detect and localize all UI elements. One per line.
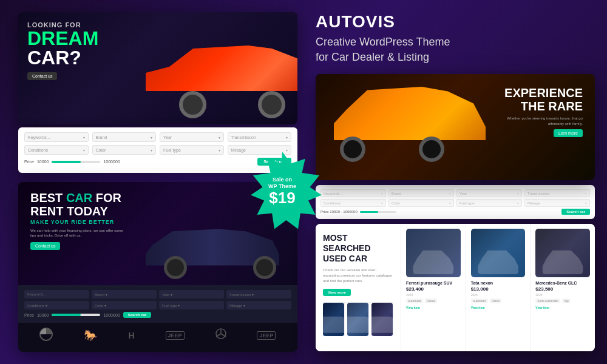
right-price-fill (360, 211, 378, 213)
red-car-visual (134, 12, 297, 115)
car-1-price: $23,400 (406, 286, 461, 292)
mini-car-3-img (371, 303, 393, 336)
car-3-view-btn[interactable]: View item (535, 306, 590, 309)
car-2-year: 2024 (471, 293, 526, 297)
brand-field[interactable]: Brand ▾ (92, 132, 157, 142)
rent-search-btn[interactable]: Search car (123, 312, 152, 318)
svg-line-4 (221, 334, 226, 337)
svg-line-3 (216, 334, 221, 337)
fuel-field[interactable]: Fuel type ▾ (160, 145, 224, 155)
bottom-mini-cars (323, 302, 393, 336)
keywords-field[interactable]: Keywords... ▾ (24, 132, 89, 142)
hyundai-logo: H (128, 331, 134, 340)
car-3-tags: Semi automatic Top (535, 298, 590, 303)
sale-text: Sale onWP Theme $19 (255, 177, 310, 206)
jeep2-logo: JEEP (257, 331, 276, 340)
top-right-screenshot: EXPERIENCE THE RARE Whether you're steer… (316, 74, 595, 180)
right-price-label: Price 10000 - 1000000 (320, 210, 358, 214)
learn-more-btn[interactable]: Lern more (554, 129, 583, 137)
mini-car-shape-1 (323, 315, 345, 333)
car-card-1-image (406, 229, 461, 277)
rent-conditions[interactable]: Conditions ▾ (24, 301, 89, 309)
top-left-screenshot: LOOKING FOR DREAM CAR? Contact us (18, 12, 297, 124)
rent-search-row-1: Keywords... Brand ▾ Year ▾ Transmission … (24, 290, 291, 298)
orange-wheel-front (419, 136, 444, 162)
r-keywords[interactable]: Keywords... ▾ (320, 189, 386, 197)
car-3-name: Mercedes-Benz GLC (535, 281, 590, 285)
car-img-1 (406, 229, 461, 277)
brand-name: AUTOVIS (316, 12, 595, 32)
car-card-3-image (535, 229, 590, 277)
car-2-tags: Automatic Petrol (471, 298, 526, 303)
car-3-price: $23,500 (535, 286, 590, 292)
r-conditions[interactable]: Conditions ▾ (320, 199, 386, 207)
rent-year[interactable]: Year ▾ (159, 290, 224, 298)
r-fuel[interactable]: Fuel type ▾ (456, 199, 522, 207)
r-transmission[interactable]: Transmission ▾ (524, 189, 590, 197)
bmw-logo (39, 328, 53, 343)
brand-subtitle: Creative WordPress Themefor Car Dealer &… (316, 35, 595, 65)
r-year[interactable]: Year ▾ (456, 189, 522, 197)
right-price-row: Price 10000 - 1000000 Search car (320, 209, 590, 215)
car-3-shape (543, 248, 583, 274)
rent-color[interactable]: Color ▾ (92, 301, 157, 309)
rent-price-slider[interactable] (52, 314, 100, 316)
transmission-field[interactable]: Transmission ▾ (228, 132, 292, 142)
rent-wheel-back (164, 256, 187, 279)
red-car-wheel-back (179, 91, 206, 118)
right-panel: AUTOVIS Creative WordPress Themefor Car … (316, 12, 595, 351)
year-field[interactable]: Year ▾ (160, 132, 224, 142)
starburst-shape: Sale onWP Theme $19 (243, 152, 322, 231)
jeep-logo: JEEP (166, 331, 185, 340)
color-field[interactable]: Color ▾ (92, 145, 157, 155)
car-card-2-image (471, 229, 526, 277)
car-1-name: Ferrari purosauge SUV (406, 281, 461, 285)
car-img-2 (471, 229, 526, 277)
ferrari-logo: 🐎 (84, 329, 97, 342)
r-mileage[interactable]: Mileage ▾ (524, 199, 590, 207)
car-3-tag-1: Semi automatic (535, 298, 560, 303)
r-brand[interactable]: Brand ▾ (388, 189, 454, 197)
rent-brand[interactable]: Brand ▾ (92, 290, 157, 298)
sale-badge: Sale onWP Theme $19 (243, 152, 322, 231)
car-1-year: 2024 (406, 293, 461, 297)
price-slider[interactable] (52, 161, 100, 163)
rent-price-row: Price 10000 1000000 Search car (24, 312, 291, 318)
car-1-tag-1: Automatic (406, 298, 423, 303)
r-color[interactable]: Color ▾ (388, 199, 454, 207)
car-1-shape (413, 248, 453, 274)
right-price-slider[interactable] (360, 211, 396, 213)
right-search-row-2: Conditions ▾ Color ▾ Fuel type ▾ Mileage… (320, 199, 590, 207)
rent-contact-btn[interactable]: Contact us (30, 242, 60, 250)
contact-btn[interactable]: Contact us (27, 72, 57, 80)
rent-search-row-2: Conditions ▾ Color ▾ Fuel type ▾ Mileage… (24, 301, 291, 309)
orange-wheel-back (340, 136, 365, 162)
car-1-view-btn[interactable]: View item (406, 306, 461, 309)
mini-car-1-img (323, 303, 344, 336)
rent-keywords[interactable]: Keywords... (24, 290, 89, 298)
dream-car-hero: LOOKING FOR DREAM CAR? Contact us (18, 12, 297, 124)
rent-mileage[interactable]: Mileage ▾ (226, 301, 291, 309)
dream-label: DREAM (27, 29, 98, 48)
view-more-btn[interactable]: View more (323, 289, 351, 296)
red-car-wheel-front (258, 91, 285, 118)
dream-car-text: LOOKING FOR DREAM CAR? Contact us (27, 21, 98, 80)
car-cards-area: Ferrari purosauge SUV $23,400 2024 Autom… (401, 224, 595, 351)
price-label: Price (24, 160, 34, 164)
rent-transmission[interactable]: Transmission ▾ (226, 290, 291, 298)
mini-car-2-img (347, 303, 368, 336)
mini-car-shape-2 (347, 315, 369, 333)
rent-fuel[interactable]: Fuel type ▾ (159, 301, 224, 309)
mini-car-2 (347, 303, 369, 336)
right-search-btn[interactable]: Search car (561, 209, 590, 215)
price-slider-fill (52, 161, 81, 163)
rent-text-block: BEST CAR FORRENT TODAY MAKE YOUR RIDE BE… (30, 191, 127, 250)
experience-title: EXPERIENCE THE RARE (492, 86, 583, 113)
dropdown-arrow: ▾ (83, 135, 85, 140)
conditions-field[interactable]: Conditions ▾ (24, 145, 89, 155)
most-searched-title: MOST SEARCHED USED CAR (323, 233, 393, 263)
price-min: 10000 (37, 160, 49, 164)
car-2-view-btn[interactable]: View item (471, 306, 526, 309)
rent-title: BEST CAR FORRENT TODAY (30, 191, 127, 218)
car-2-tag-1: Automatic (471, 298, 488, 303)
